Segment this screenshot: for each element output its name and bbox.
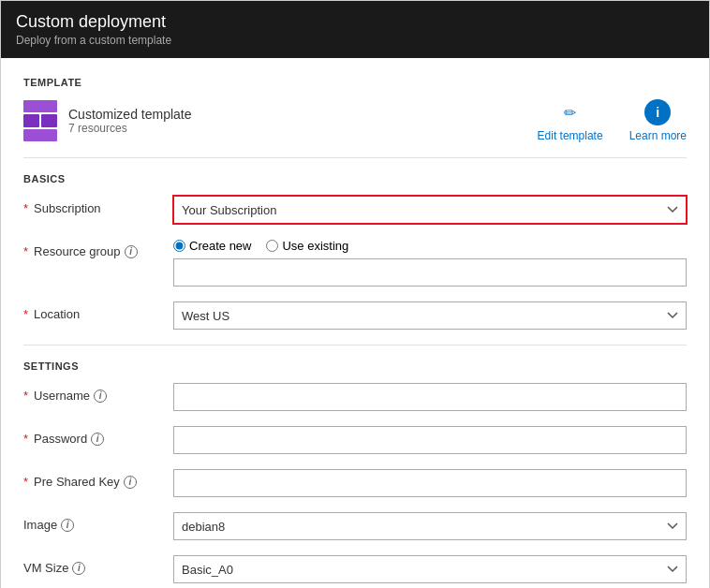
template-left: Customized template 7 resources	[23, 100, 192, 141]
template-name: Customized template	[68, 107, 192, 122]
use-existing-label[interactable]: Use existing	[266, 239, 348, 253]
use-existing-radio[interactable]	[266, 240, 278, 252]
image-control: debian8 ubuntu16 centos7	[173, 512, 687, 540]
vm-size-label: VM Size i	[23, 555, 173, 575]
divider-1	[23, 157, 687, 158]
subscription-row: * Subscription Your Subscription	[23, 196, 687, 224]
icon-block-4	[23, 129, 57, 141]
icon-block-3	[41, 114, 57, 126]
password-label: * Password i	[23, 426, 173, 446]
template-resources: 7 resources	[68, 122, 192, 135]
subscription-label-text: Subscription	[34, 201, 101, 215]
resource-group-label: * Resource group i	[23, 239, 173, 258]
image-select[interactable]: debian8 ubuntu16 centos7	[173, 512, 687, 540]
main-content: TEMPLATE Customized template 7 resources…	[1, 58, 709, 588]
vm-size-label-text: VM Size	[23, 561, 68, 575]
image-label-text: Image	[23, 518, 57, 532]
username-label: * Username i	[23, 383, 173, 403]
edit-icon: ✏	[557, 99, 584, 125]
learn-more-label: Learn more	[629, 129, 687, 142]
title-bar: Custom deployment Deploy from a custom t…	[1, 1, 709, 58]
location-label-text: Location	[34, 307, 80, 321]
psk-label-text: Pre Shared Key	[34, 475, 120, 489]
password-required: *	[23, 432, 28, 446]
vm-size-select[interactable]: Basic_A0 Standard_A1 Standard_D2_v2	[173, 555, 687, 583]
template-row: Customized template 7 resources ✏ Edit t…	[23, 99, 687, 142]
rg-info-icon[interactable]: i	[125, 245, 138, 258]
vm-size-control: Basic_A0 Standard_A1 Standard_D2_v2	[173, 555, 687, 583]
image-label: Image i	[23, 512, 173, 532]
info-icon: i	[644, 99, 671, 125]
psk-required: *	[23, 475, 28, 489]
password-input[interactable]	[173, 426, 687, 454]
vm-size-info-icon[interactable]: i	[72, 562, 85, 575]
create-new-radio[interactable]	[173, 240, 185, 252]
resource-group-input[interactable]	[173, 258, 687, 287]
icon-block-2	[23, 114, 39, 126]
password-label-text: Password	[34, 432, 87, 446]
template-section-label: TEMPLATE	[23, 77, 687, 88]
create-new-text: Create new	[189, 239, 251, 253]
learn-more-button[interactable]: i Learn more	[629, 99, 687, 142]
username-label-text: Username	[34, 389, 90, 403]
basics-section-label: BASICS	[23, 173, 687, 184]
location-required: *	[23, 307, 28, 321]
page-subtitle: Deploy from a custom template	[16, 34, 694, 47]
template-actions: ✏ Edit template i Learn more	[538, 99, 687, 142]
username-input[interactable]	[173, 383, 687, 411]
subscription-required: *	[23, 201, 28, 215]
location-row: * Location West US East US North Europe …	[23, 301, 687, 330]
location-label: * Location	[23, 301, 173, 321]
settings-section-label: SETTINGS	[23, 360, 687, 372]
create-new-label[interactable]: Create new	[173, 239, 251, 253]
use-existing-text: Use existing	[282, 239, 348, 253]
template-icon	[23, 100, 57, 141]
subscription-label: * Subscription	[23, 196, 173, 215]
image-row: Image i debian8 ubuntu16 centos7	[23, 512, 687, 540]
subscription-select[interactable]: Your Subscription	[173, 196, 687, 224]
edit-template-label: Edit template	[538, 129, 603, 142]
resource-group-row: * Resource group i Create new Use existi…	[23, 239, 687, 287]
psk-control	[173, 469, 687, 497]
image-info-icon[interactable]: i	[61, 519, 74, 532]
password-control	[173, 426, 687, 454]
pre-shared-key-label: * Pre Shared Key i	[23, 469, 173, 489]
icon-block-1	[23, 100, 57, 112]
divider-2	[23, 345, 687, 345]
subscription-control: Your Subscription	[173, 196, 687, 224]
page-title: Custom deployment	[16, 12, 694, 32]
template-info: Customized template 7 resources	[68, 107, 192, 135]
rg-label-text: Resource group	[34, 244, 121, 258]
username-info-icon[interactable]: i	[94, 390, 107, 403]
main-window: Custom deployment Deploy from a custom t…	[0, 0, 710, 588]
basics-form: * Subscription Your Subscription * Resou…	[23, 196, 687, 330]
password-row: * Password i	[23, 426, 687, 454]
pre-shared-key-row: * Pre Shared Key i	[23, 469, 687, 497]
location-select[interactable]: West US East US North Europe West Europe	[173, 301, 687, 330]
psk-info-icon[interactable]: i	[124, 476, 137, 489]
resource-group-control: Create new Use existing	[173, 239, 687, 287]
rg-radio-group: Create new Use existing	[173, 239, 687, 253]
psk-input[interactable]	[173, 469, 687, 497]
username-required: *	[23, 389, 28, 403]
edit-template-button[interactable]: ✏ Edit template	[538, 99, 603, 142]
username-row: * Username i	[23, 383, 687, 411]
password-info-icon[interactable]: i	[91, 433, 104, 446]
rg-required: *	[23, 244, 28, 258]
username-control	[173, 383, 687, 411]
location-control: West US East US North Europe West Europe	[173, 301, 687, 330]
settings-form: * Username i * Password i	[23, 383, 687, 583]
vm-size-row: VM Size i Basic_A0 Standard_A1 Standard_…	[23, 555, 687, 583]
